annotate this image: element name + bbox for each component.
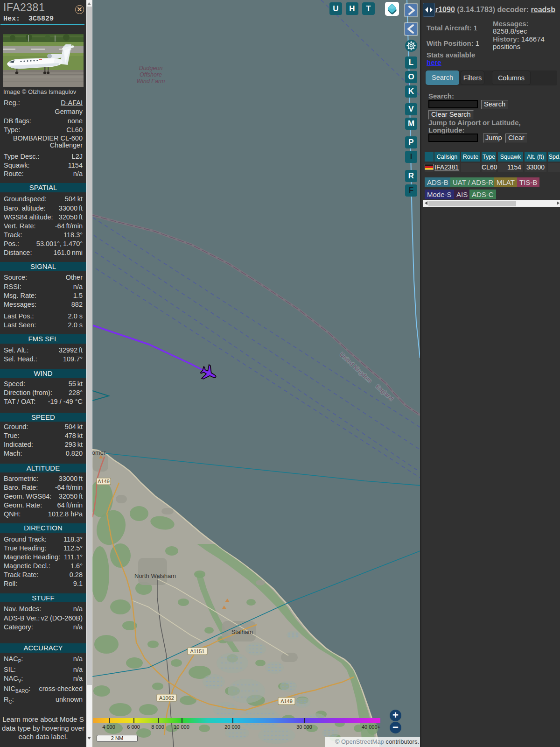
svg-text:Wind Farm: Wind Farm [136, 78, 165, 85]
svg-text:North Walsham: North Walsham [134, 572, 176, 579]
svg-text:Offshore: Offshore [140, 71, 162, 78]
svg-text:A149: A149 [280, 698, 293, 704]
svg-text:Dudgeon: Dudgeon [139, 65, 163, 71]
svg-text:Cromer: Cromer [92, 449, 106, 456]
svg-text:A1062: A1062 [159, 695, 174, 701]
svg-text:A1151: A1151 [190, 648, 205, 654]
svg-text:Stalham: Stalham [231, 629, 253, 635]
svg-text:A149: A149 [98, 479, 110, 484]
